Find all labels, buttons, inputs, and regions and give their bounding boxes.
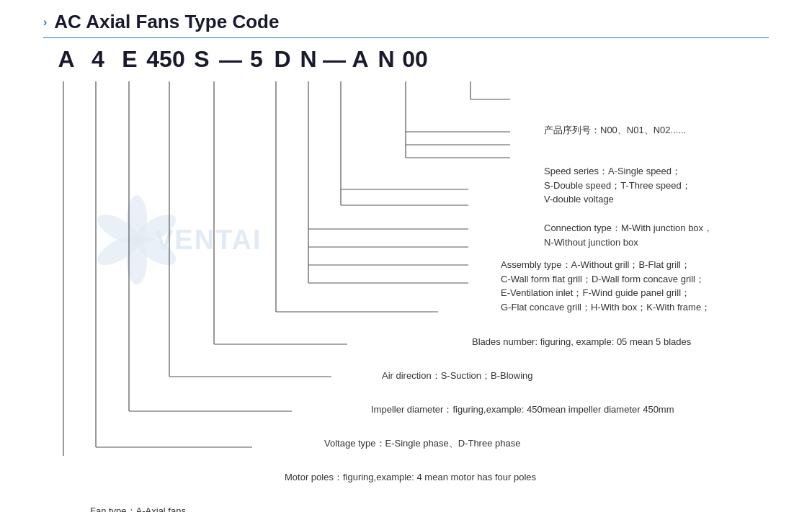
dash-1: — — [218, 45, 244, 73]
label-product-series: 产品序列号：N00、N01、N02...... — [544, 123, 686, 138]
title-chevron: › — [43, 16, 47, 29]
dash-2: — — [321, 45, 347, 73]
letter-450: 450 — [146, 46, 186, 73]
label-blades: Blades number: figuring, example: 05 mea… — [472, 335, 691, 349]
label-impeller: Impeller diameter：figuring,example: 450m… — [371, 403, 674, 417]
letter-E: E — [114, 46, 146, 73]
title-row: › AC Axial Fans Type Code — [43, 11, 769, 33]
letter-4: 4 — [82, 46, 114, 73]
page-title: AC Axial Fans Type Code — [54, 11, 279, 33]
label-assembly: Assembly type：A-Without grill；B-Flat gri… — [501, 258, 710, 314]
letter-5: 5 — [244, 46, 269, 73]
letter-S: S — [186, 46, 218, 73]
code-letters-row: A 4 E 450 S — 5 D N — A N 00 — [50, 45, 431, 73]
label-air-direction: Air direction：S-Suction；B-Blowing — [382, 369, 533, 383]
letter-N: N — [295, 46, 321, 73]
label-motor-poles: Motor poles：figuring,example: 4 mean mot… — [285, 470, 536, 485]
label-connection: Connection type：M-With junction box， N-W… — [544, 221, 713, 249]
letter-A2: A — [347, 46, 373, 73]
letter-00: 00 — [399, 46, 431, 73]
label-fan-type: Fan type：A-Axial fans — [90, 504, 186, 512]
letter-N2: N — [373, 46, 399, 73]
diagram-area: VENTAI — [43, 38, 769, 456]
letter-A: A — [50, 46, 82, 73]
label-voltage: Voltage type：E-Single phase、D-Three phas… — [324, 436, 520, 451]
letter-D: D — [269, 46, 295, 73]
label-speed: Speed series：A-Single speed； S-Double sp… — [544, 164, 691, 207]
